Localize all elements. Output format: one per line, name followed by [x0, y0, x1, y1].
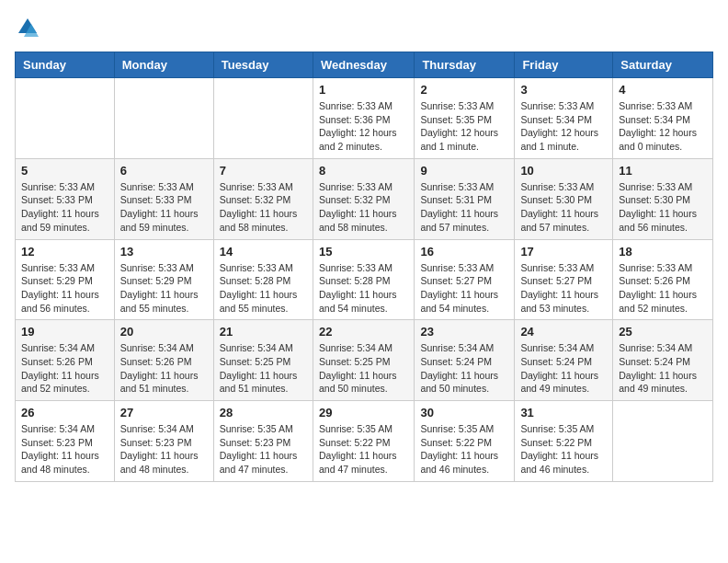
cell-week1-day4: 2Sunrise: 5:33 AM Sunset: 5:35 PM Daylig…	[415, 78, 515, 159]
day-number: 27	[120, 406, 208, 419]
week-row-5: 26Sunrise: 5:34 AM Sunset: 5:23 PM Dayli…	[16, 401, 713, 482]
logo-icon	[15, 15, 40, 40]
day-info: Sunrise: 5:34 AM Sunset: 5:26 PM Dayligh…	[120, 341, 208, 396]
day-info: Sunrise: 5:33 AM Sunset: 5:36 PM Dayligh…	[319, 99, 408, 154]
day-number: 20	[120, 325, 208, 339]
cell-week2-day0: 5Sunrise: 5:33 AM Sunset: 5:33 PM Daylig…	[16, 158, 115, 239]
cell-week5-day2: 28Sunrise: 5:35 AM Sunset: 5:23 PM Dayli…	[213, 401, 313, 482]
day-number: 2	[420, 83, 508, 97]
day-info: Sunrise: 5:34 AM Sunset: 5:24 PM Dayligh…	[520, 341, 607, 396]
day-number: 13	[120, 245, 208, 259]
day-number: 22	[319, 325, 408, 339]
day-number: 30	[420, 406, 508, 419]
calendar-table: SundayMondayTuesdayWednesdayThursdayFrid…	[15, 52, 713, 482]
week-row-3: 12Sunrise: 5:33 AM Sunset: 5:29 PM Dayli…	[16, 239, 713, 320]
day-info: Sunrise: 5:33 AM Sunset: 5:33 PM Dayligh…	[120, 180, 208, 235]
day-info: Sunrise: 5:33 AM Sunset: 5:33 PM Dayligh…	[21, 180, 108, 235]
cell-week3-day6: 18Sunrise: 5:33 AM Sunset: 5:26 PM Dayli…	[613, 239, 713, 320]
cell-week4-day4: 23Sunrise: 5:34 AM Sunset: 5:24 PM Dayli…	[415, 320, 515, 401]
cell-week5-day0: 26Sunrise: 5:34 AM Sunset: 5:23 PM Dayli…	[16, 401, 115, 482]
day-number: 29	[319, 406, 408, 419]
cell-week3-day0: 12Sunrise: 5:33 AM Sunset: 5:29 PM Dayli…	[16, 239, 115, 320]
day-info: Sunrise: 5:34 AM Sunset: 5:26 PM Dayligh…	[21, 341, 108, 396]
day-number: 5	[21, 164, 108, 178]
day-number: 24	[520, 325, 607, 339]
day-info: Sunrise: 5:34 AM Sunset: 5:24 PM Dayligh…	[619, 341, 707, 396]
day-info: Sunrise: 5:33 AM Sunset: 5:28 PM Dayligh…	[220, 261, 307, 316]
day-number: 4	[619, 83, 707, 97]
day-number: 23	[420, 325, 508, 339]
day-info: Sunrise: 5:33 AM Sunset: 5:30 PM Dayligh…	[619, 180, 707, 235]
day-info: Sunrise: 5:33 AM Sunset: 5:27 PM Dayligh…	[520, 261, 607, 316]
col-header-friday: Friday	[515, 52, 613, 78]
cell-week4-day5: 24Sunrise: 5:34 AM Sunset: 5:24 PM Dayli…	[515, 320, 613, 401]
cell-week2-day5: 10Sunrise: 5:33 AM Sunset: 5:30 PM Dayli…	[515, 158, 613, 239]
cell-week2-day1: 6Sunrise: 5:33 AM Sunset: 5:33 PM Daylig…	[114, 158, 213, 239]
logo	[15, 15, 44, 40]
page-header	[15, 15, 713, 40]
cell-week3-day5: 17Sunrise: 5:33 AM Sunset: 5:27 PM Dayli…	[515, 239, 613, 320]
cell-week1-day5: 3Sunrise: 5:33 AM Sunset: 5:34 PM Daylig…	[515, 78, 613, 159]
cell-week5-day3: 29Sunrise: 5:35 AM Sunset: 5:22 PM Dayli…	[313, 401, 414, 482]
day-number: 8	[319, 164, 408, 178]
cell-week4-day2: 21Sunrise: 5:34 AM Sunset: 5:25 PM Dayli…	[213, 320, 313, 401]
day-info: Sunrise: 5:33 AM Sunset: 5:26 PM Dayligh…	[619, 261, 707, 316]
day-info: Sunrise: 5:34 AM Sunset: 5:25 PM Dayligh…	[220, 341, 307, 396]
cell-week4-day3: 22Sunrise: 5:34 AM Sunset: 5:25 PM Dayli…	[313, 320, 414, 401]
cell-week5-day6	[613, 401, 713, 482]
day-number: 18	[619, 245, 707, 259]
cell-week5-day5: 31Sunrise: 5:35 AM Sunset: 5:22 PM Dayli…	[515, 401, 613, 482]
day-number: 15	[319, 245, 408, 259]
day-info: Sunrise: 5:33 AM Sunset: 5:34 PM Dayligh…	[619, 99, 707, 154]
day-number: 6	[120, 164, 208, 178]
day-info: Sunrise: 5:34 AM Sunset: 5:23 PM Dayligh…	[120, 422, 208, 477]
day-number: 10	[520, 164, 607, 178]
day-info: Sunrise: 5:33 AM Sunset: 5:32 PM Dayligh…	[319, 180, 408, 235]
day-number: 25	[619, 325, 707, 339]
col-header-wednesday: Wednesday	[313, 52, 414, 78]
cell-week1-day2	[213, 78, 313, 159]
day-number: 19	[21, 325, 108, 339]
day-info: Sunrise: 5:35 AM Sunset: 5:22 PM Dayligh…	[420, 422, 508, 477]
cell-week2-day3: 8Sunrise: 5:33 AM Sunset: 5:32 PM Daylig…	[313, 158, 414, 239]
day-number: 21	[220, 325, 307, 339]
day-info: Sunrise: 5:35 AM Sunset: 5:22 PM Dayligh…	[319, 422, 408, 477]
col-header-thursday: Thursday	[415, 52, 515, 78]
day-number: 1	[319, 83, 408, 97]
day-info: Sunrise: 5:33 AM Sunset: 5:30 PM Dayligh…	[520, 180, 607, 235]
day-number: 17	[520, 245, 607, 259]
day-number: 26	[21, 406, 108, 419]
day-info: Sunrise: 5:34 AM Sunset: 5:25 PM Dayligh…	[319, 341, 408, 396]
week-row-2: 5Sunrise: 5:33 AM Sunset: 5:33 PM Daylig…	[16, 158, 713, 239]
day-info: Sunrise: 5:33 AM Sunset: 5:35 PM Dayligh…	[420, 99, 508, 154]
col-header-sunday: Sunday	[16, 52, 115, 78]
cell-week5-day1: 27Sunrise: 5:34 AM Sunset: 5:23 PM Dayli…	[114, 401, 213, 482]
cell-week2-day4: 9Sunrise: 5:33 AM Sunset: 5:31 PM Daylig…	[415, 158, 515, 239]
cell-week2-day6: 11Sunrise: 5:33 AM Sunset: 5:30 PM Dayli…	[613, 158, 713, 239]
day-info: Sunrise: 5:34 AM Sunset: 5:23 PM Dayligh…	[21, 422, 108, 477]
day-number: 14	[220, 245, 307, 259]
cell-week4-day1: 20Sunrise: 5:34 AM Sunset: 5:26 PM Dayli…	[114, 320, 213, 401]
day-info: Sunrise: 5:33 AM Sunset: 5:27 PM Dayligh…	[420, 261, 508, 316]
day-info: Sunrise: 5:33 AM Sunset: 5:34 PM Dayligh…	[520, 99, 607, 154]
week-row-1: 1Sunrise: 5:33 AM Sunset: 5:36 PM Daylig…	[16, 78, 713, 159]
day-info: Sunrise: 5:33 AM Sunset: 5:32 PM Dayligh…	[220, 180, 307, 235]
cell-week1-day3: 1Sunrise: 5:33 AM Sunset: 5:36 PM Daylig…	[313, 78, 414, 159]
cell-week4-day0: 19Sunrise: 5:34 AM Sunset: 5:26 PM Dayli…	[16, 320, 115, 401]
day-info: Sunrise: 5:35 AM Sunset: 5:22 PM Dayligh…	[520, 422, 607, 477]
cell-week2-day2: 7Sunrise: 5:33 AM Sunset: 5:32 PM Daylig…	[213, 158, 313, 239]
day-number: 11	[619, 164, 707, 178]
col-header-saturday: Saturday	[613, 52, 713, 78]
cell-week1-day0	[16, 78, 115, 159]
day-info: Sunrise: 5:33 AM Sunset: 5:29 PM Dayligh…	[120, 261, 208, 316]
week-row-4: 19Sunrise: 5:34 AM Sunset: 5:26 PM Dayli…	[16, 320, 713, 401]
cell-week3-day2: 14Sunrise: 5:33 AM Sunset: 5:28 PM Dayli…	[213, 239, 313, 320]
day-number: 16	[420, 245, 508, 259]
day-number: 7	[220, 164, 307, 178]
day-info: Sunrise: 5:33 AM Sunset: 5:29 PM Dayligh…	[21, 261, 108, 316]
cell-week3-day4: 16Sunrise: 5:33 AM Sunset: 5:27 PM Dayli…	[415, 239, 515, 320]
day-number: 28	[220, 406, 307, 419]
col-header-monday: Monday	[114, 52, 213, 78]
day-number: 3	[520, 83, 607, 97]
col-header-tuesday: Tuesday	[213, 52, 313, 78]
